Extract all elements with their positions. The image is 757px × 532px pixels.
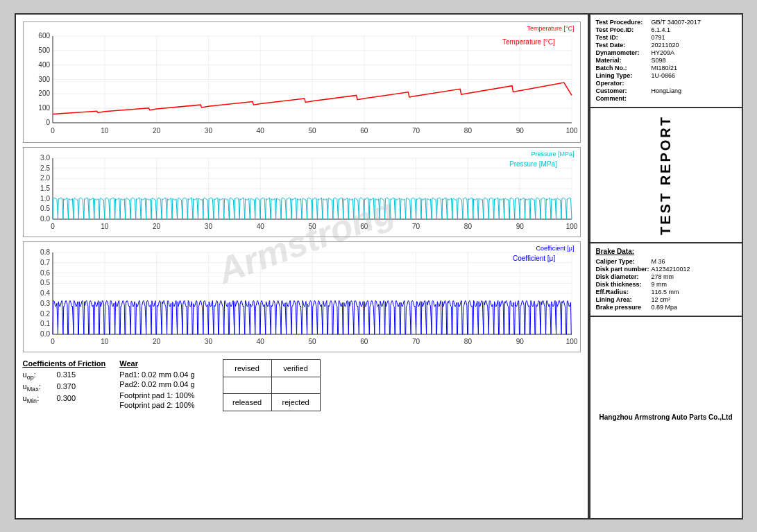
pad1-mm: 0.02 (142, 370, 156, 379)
pad1-g-unit: g (190, 370, 194, 379)
coefficients-title: Coefficients of Friction (23, 359, 106, 368)
lining-type-value: 1U-0866 (652, 72, 736, 79)
pad1-row: Pad1: 0.02 mm 0.04 g (119, 370, 194, 379)
customer-value: HongLiang (652, 87, 736, 94)
test-report-title: TEST REPORT (658, 115, 674, 235)
status-row-spacer (223, 377, 320, 393)
test-id-value: 0791 (652, 34, 736, 41)
temperature-chart: Temperature [°C] (23, 22, 581, 143)
u-op-sub: op (27, 374, 34, 381)
material-label: Material: (596, 57, 652, 64)
pad2-row: Pad2: 0.02 mm 0.04 g (119, 380, 194, 388)
status-revised: revised (223, 359, 271, 377)
pressure-chart: Pressure [MPa] (23, 147, 581, 237)
u-min-sub: Min (27, 397, 37, 404)
bottom-section: Coefficients of Friction uop: 0.315 uMax… (23, 359, 581, 411)
company-name: Hangzhou Armstrong Auto Parts Co.,Ltd (599, 412, 732, 422)
right-panel: Test Procedure:GB/T 34007-2017 Test Proc… (589, 15, 742, 518)
brake-pressure-value: 0.89 Mpa (652, 304, 736, 311)
caliper-type-label: Caliper Type: (596, 258, 652, 265)
u-max-label: uMax: (23, 382, 54, 393)
u-max-sub: Max (27, 386, 39, 393)
status-rejected: rejected (271, 393, 320, 411)
pad2-mm: 0.02 (142, 380, 156, 388)
test-proc-id-label: Test Proc.ID: (596, 26, 652, 33)
footprint1-label: Footprint pad 1: (119, 391, 173, 400)
rp-title-section: TEST REPORT (590, 108, 742, 243)
coefficient-chart: Coefficient [μ] (23, 241, 581, 352)
test-id-label: Test ID: (596, 34, 652, 41)
test-proc-id-value: 6.1.4.1 (652, 26, 736, 33)
u-op-label: uop: (23, 370, 54, 381)
u-min-value: 0.300 (57, 394, 76, 402)
u-min-row: uMin: 0.300 (23, 394, 106, 404)
status-row-bottom: released rejected (223, 393, 320, 411)
brake-data-title: Brake Data: (596, 248, 736, 255)
disk-part-value: A1234210012 (652, 266, 736, 273)
status-verified: verified (271, 359, 320, 377)
dynamometer-value: HY209A (652, 49, 736, 56)
lining-area-value: 12 cm² (652, 296, 736, 303)
rp-meta-top: Test Procedure:GB/T 34007-2017 Test Proc… (590, 15, 742, 108)
pressure-chart-title: Pressure [MPa] (531, 151, 574, 157)
dynamometer-label: Dynamometer: (596, 49, 652, 56)
pad2-g-unit: g (190, 380, 194, 388)
customer-label: Customer: (596, 87, 652, 94)
status-grid: revised verified released rejected (223, 359, 321, 411)
footprint2-value: 100% (175, 401, 194, 409)
pad1-label: Pad1: (119, 370, 139, 379)
test-date-label: Test Date: (596, 42, 652, 49)
wear-section: Wear Pad1: 0.02 mm 0.04 g Pad2: 0.02 mm … (119, 359, 194, 411)
lining-area-label: Lining Area: (596, 296, 652, 303)
coefficient-chart-title: Coefficient [μ] (536, 245, 574, 252)
disk-diam-value: 278 mm (652, 273, 736, 280)
pad1-g: 0.04 (173, 370, 188, 379)
coefficients-section: Coefficients of Friction uop: 0.315 uMax… (23, 359, 106, 411)
operator-label: Operator: (596, 80, 652, 87)
footprint1-value: 100% (175, 391, 194, 400)
pad2-label: Pad2: (119, 380, 139, 388)
pad2-mm-unit: mm (159, 380, 171, 388)
page: Armstrong Temperature [°C] Pressure [MPa… (15, 13, 743, 520)
footprint1-row: Footprint pad 1: 100% (119, 391, 194, 400)
comment-label: Comment: (596, 95, 652, 102)
footprint2-row: Footprint pad 2: 100% (119, 401, 194, 409)
test-date-value: 20211020 (652, 42, 736, 49)
pad2-g: 0.04 (173, 380, 188, 388)
disk-thick-label: Disk thickness: (596, 281, 652, 288)
lining-type-label: Lining Type: (596, 72, 652, 79)
brake-pressure-label: Brake pressure (596, 304, 652, 311)
eff-radius-value: 116.5 mm (652, 289, 736, 295)
caliper-type-value: M 36 (652, 258, 736, 265)
right-panel-inner: Test Procedure:GB/T 34007-2017 Test Proc… (590, 15, 742, 518)
disk-thick-value: 9 mm (652, 281, 736, 288)
status-row-top: revised verified (223, 359, 320, 377)
footprint2-label: Footprint pad 2: (119, 401, 173, 409)
status-empty1 (223, 377, 271, 393)
batch-no-value: MI180/21 (652, 65, 736, 71)
disk-part-label: Disk part number: (596, 266, 652, 273)
u-max-row: uMax: 0.370 (23, 382, 106, 393)
rp-brake-data: Brake Data: Caliper Type:M 36 Disk part … (590, 243, 742, 317)
batch-no-label: Batch No.: (596, 65, 652, 71)
test-procedure-value: GB/T 34007-2017 (652, 19, 736, 26)
disk-diam-label: Disk diameter: (596, 273, 652, 280)
material-value: S098 (652, 57, 736, 64)
u-min-label: uMin: (23, 394, 54, 404)
u-op-value: 0.315 (57, 370, 76, 379)
temperature-chart-title: Temperature [°C] (527, 25, 574, 32)
main-content: Armstrong Temperature [°C] Pressure [MPa… (16, 15, 589, 518)
test-procedure-label: Test Procedure: (596, 19, 652, 26)
rp-company: Hangzhou Armstrong Auto Parts Co.,Ltd (590, 317, 742, 518)
eff-radius-label: Eff.Radius: (596, 289, 652, 295)
operator-value (652, 80, 736, 87)
wear-title: Wear (119, 359, 194, 368)
status-empty2 (271, 377, 320, 393)
u-op-row: uop: 0.315 (23, 370, 106, 381)
status-released: released (223, 393, 271, 411)
status-table: revised verified released rejected (223, 359, 321, 411)
u-max-value: 0.370 (57, 382, 76, 391)
comment-value (652, 95, 736, 102)
pad1-mm-unit: mm (159, 370, 171, 379)
